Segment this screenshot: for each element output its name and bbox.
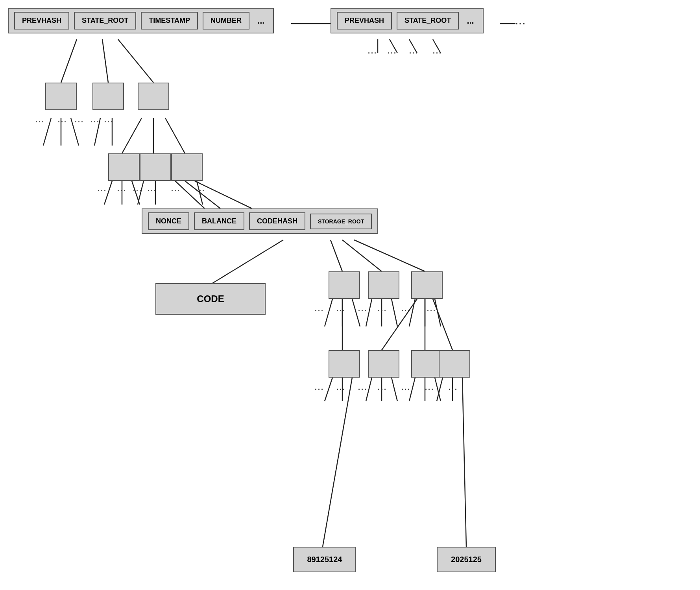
header-cell-number: NUMBER [203, 12, 249, 30]
storage-node-l2-4 [439, 350, 470, 378]
storage-node-l2-3 [411, 350, 443, 378]
dots-s1-6: ... [427, 305, 436, 313]
svg-line-2 [118, 39, 153, 83]
account-cell-codehash: CODEHASH [249, 212, 305, 230]
dots-header2-right: ... [515, 17, 526, 27]
dots-s2-1: ... [315, 384, 324, 392]
dots-s1-5: ... [401, 305, 411, 313]
header-row-2: PREVHASH STATE_ROOT ... [331, 8, 484, 33]
header-cell-prevhash-2: PREVHASH [337, 12, 392, 30]
header-row2-ellipsis: ... [464, 16, 477, 26]
trie-node-l1-1 [45, 83, 77, 110]
header-cell-stateroot-2: STATE_ROOT [397, 12, 459, 30]
code-box: CODE [155, 283, 266, 315]
dots-s2-2: ... [336, 384, 346, 392]
dots-l2-1: ... [98, 185, 107, 193]
svg-line-24 [325, 299, 332, 326]
dots-l1-3: ... [75, 116, 84, 124]
dots-header2-sub-1: ... [368, 47, 377, 55]
account-cell-nonce: NONCE [148, 212, 189, 230]
svg-line-8 [122, 118, 142, 153]
dots-s2-6: ... [425, 384, 434, 392]
header-row-1: PREVHASH STATE_ROOT TIMESTAMP NUMBER ... [8, 8, 274, 33]
trie-node-l2-3 [171, 153, 203, 181]
dots-l2-3: ... [133, 185, 142, 193]
storage-node-l2-1 [329, 350, 360, 378]
svg-line-34 [325, 378, 332, 401]
dots-l1-1: ... [35, 116, 45, 124]
value-box-2: 2025125 [437, 547, 496, 572]
dots-l2-4: ... [148, 185, 157, 193]
svg-line-1 [102, 39, 108, 83]
svg-line-45 [435, 378, 441, 401]
dots-header2-sub-2: ... [388, 47, 397, 55]
diagram-container: PREVHASH STATE_ROOT TIMESTAMP NUMBER ...… [0, 0, 700, 590]
svg-line-10 [165, 118, 185, 153]
svg-line-23 [354, 240, 425, 271]
header-cell-stateroot: STATE_ROOT [74, 12, 136, 30]
dots-l2-5: ... [171, 185, 181, 193]
dots-header2-sub-4: ... [433, 47, 442, 55]
svg-line-46 [437, 378, 443, 401]
dots-l1-5: ... [104, 116, 114, 124]
trie-node-l2-1 [108, 153, 140, 181]
dots-header2-sub-3: ... [409, 47, 419, 55]
value-box-1: 89125124 [293, 547, 356, 572]
dots-l1-4: ... [91, 116, 100, 124]
dots-s2-5: ... [401, 384, 411, 392]
dots-l2-6: ... [196, 185, 205, 193]
header-cell-prevhash: PREVHASH [14, 12, 69, 30]
svg-line-36 [323, 378, 352, 547]
svg-line-22 [342, 240, 382, 271]
header-cell-timestamp: TIMESTAMP [141, 12, 198, 30]
dots-s1-3: ... [358, 305, 368, 313]
trie-node-l1-3 [138, 83, 169, 110]
account-cell-balance: BALANCE [194, 212, 244, 230]
trie-node-l2-2 [140, 153, 171, 181]
account-cell-storage-root: STORAGE_ROOT [310, 214, 372, 229]
dots-s2-4: ... [378, 384, 387, 392]
trie-node-l1-2 [92, 83, 124, 110]
storage-node-l1-2 [368, 271, 399, 299]
dots-l1-2: ... [58, 116, 67, 124]
storage-node-l2-2 [368, 350, 399, 378]
dots-s1-2: ... [336, 305, 346, 313]
storage-node-l1-3 [411, 271, 443, 299]
storage-node-l1-1 [329, 271, 360, 299]
account-row: NONCE BALANCE CODEHASH STORAGE_ROOT [142, 208, 378, 234]
svg-line-21 [331, 240, 342, 271]
dots-s2-7: ... [449, 384, 458, 392]
svg-line-29 [392, 299, 397, 326]
header-row1-ellipsis: ... [254, 16, 268, 26]
svg-line-0 [61, 39, 77, 83]
dots-s2-3: ... [358, 384, 368, 392]
svg-line-42 [392, 378, 397, 401]
dots-l2-2: ... [117, 185, 127, 193]
dots-s1-1: ... [315, 305, 324, 313]
svg-line-20 [212, 240, 283, 283]
dots-s1-4: ... [378, 305, 387, 313]
svg-line-48 [462, 378, 466, 547]
